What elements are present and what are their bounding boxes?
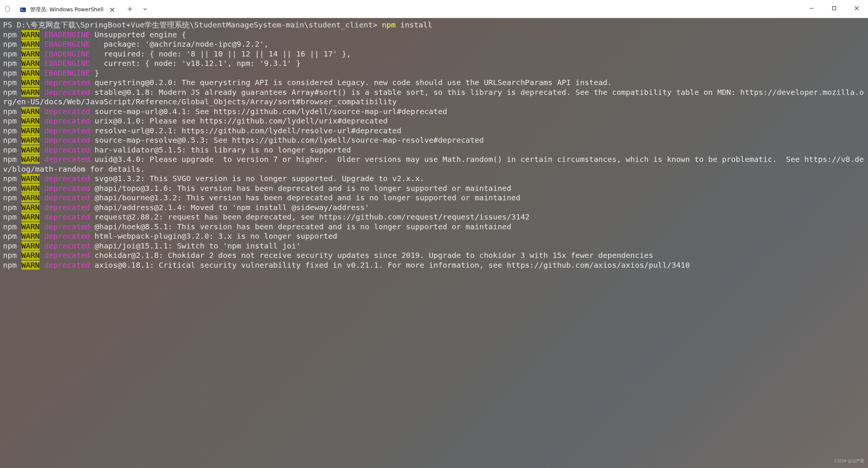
- dep-urix: urix@0.1.0: Please see https://github.co…: [90, 116, 388, 125]
- engine-msg-5: }: [90, 69, 99, 78]
- dep-source-map-url: source-map-url@0.4.1: See https://github…: [90, 107, 447, 116]
- dep-request: request@2.88.2: request has been depreca…: [90, 212, 530, 221]
- dep-html-webpack-plugin: html-webpack-plugin@3.2.0: 3.x is no lon…: [90, 232, 337, 241]
- close-button[interactable]: [845, 0, 868, 17]
- powershell-icon: [20, 6, 26, 13]
- maximize-button[interactable]: [823, 0, 845, 17]
- dep-hapi-address: @hapi/address@2.1.4: Moved to 'npm insta…: [90, 203, 369, 212]
- dep-source-map-resolve: source-map-resolve@0.5.3: See https://gi…: [90, 136, 484, 145]
- svg-rect-0: [20, 8, 26, 12]
- prompt-path: PS D:\夸克网盘下载\SpringBoot+Vue学生管理系统\Studen…: [3, 20, 382, 29]
- engine-msg-2: package: '@achrinza/node-ipc@9.2.2',: [90, 40, 269, 49]
- dep-hapi-hoek: @hapi/hoek@8.5.1: This version has been …: [90, 222, 511, 231]
- warn-label: WARN: [21, 30, 40, 39]
- command-npm: npm: [382, 20, 396, 29]
- dep-stable: stable@0.1.8: Modern JS already guarante…: [3, 88, 864, 107]
- tab-close-button[interactable]: [107, 5, 117, 15]
- ebadengine-label: EBADENGINE: [44, 30, 90, 39]
- dep-resolve-url: resolve-url@0.2.1: https://github.com/ly…: [90, 126, 401, 135]
- npm-label: npm: [3, 30, 17, 39]
- dep-chokidar: chokidar@2.1.8: Chokidar 2 does not rece…: [90, 251, 653, 260]
- dep-hapi-bourne: @hapi/bourne@1.3.2: This version has bee…: [90, 193, 520, 202]
- window-controls: [800, 0, 868, 18]
- engine-msg-3: required: { node: '8 || 10 || 12 || 14 |…: [90, 49, 351, 58]
- deprecated-label: deprecated: [44, 78, 90, 87]
- svg-rect-1: [833, 6, 836, 10]
- command-args: install: [396, 20, 432, 29]
- dep-querystring: querystring@0.2.0: The querystring API i…: [90, 78, 612, 87]
- tab-title: 管理员: Windows PowerShell: [30, 6, 104, 13]
- dep-har-validator: har-validator@5.1.5: this library is no …: [90, 145, 351, 154]
- dep-uuid: uuid@3.4.0: Please upgrade to version 7 …: [3, 155, 864, 174]
- minimize-button[interactable]: [800, 0, 823, 17]
- dep-svgo: svgo@1.3.2: This SVGO version is no long…: [90, 174, 424, 183]
- tab-powershell[interactable]: 管理员: Windows PowerShell: [14, 2, 122, 17]
- new-tab-button[interactable]: [122, 2, 138, 17]
- tab-dropdown-button[interactable]: [138, 2, 153, 17]
- engine-msg-4: current: { node: 'v18.12.1', npm: '9.3.1…: [90, 59, 301, 68]
- title-bar: 管理员: Windows PowerShell: [0, 0, 868, 18]
- watermark: CSDN @汝严君: [834, 456, 864, 466]
- dep-hapi-joi: @hapi/joi@15.1.1: Switch to 'npm install…: [90, 241, 301, 250]
- app-icon: [4, 5, 11, 13]
- dep-axios: axios@0.18.1: Critical security vulnerab…: [90, 261, 690, 270]
- dep-hapi-topo: @hapi/topo@3.1.6: This version has been …: [90, 184, 511, 193]
- engine-msg-1: Unsupported engine {: [90, 30, 186, 39]
- terminal-output[interactable]: PS D:\夸克网盘下载\SpringBoot+Vue学生管理系统\Studen…: [0, 18, 868, 468]
